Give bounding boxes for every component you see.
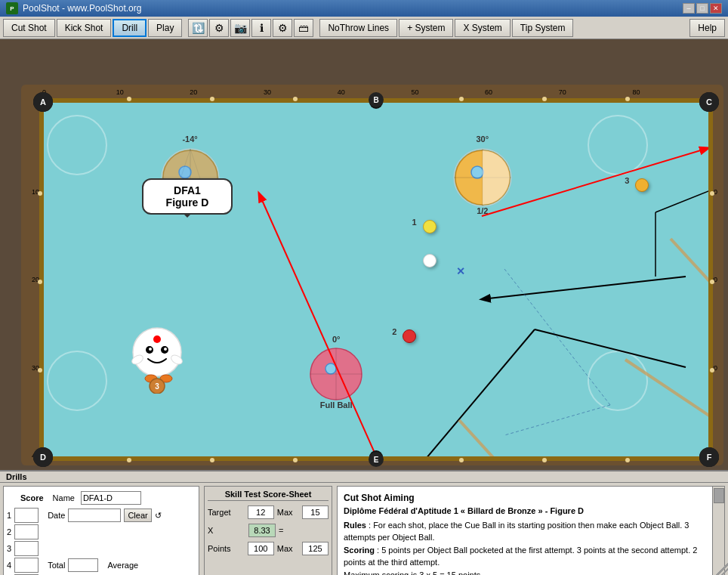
svg-line-43 — [656, 190, 708, 212]
app-icon: P — [6, 2, 18, 14]
corner-c: C — [699, 92, 719, 112]
diamond-t1 — [127, 97, 131, 101]
x2-row: X 8.33 = — [208, 522, 329, 539]
score-box-1[interactable] — [14, 508, 39, 523]
score-rows-container: 1 2 3 4 5 Date — [7, 508, 196, 575]
icon-btn-info[interactable]: ℹ — [251, 19, 271, 37]
date-input[interactable] — [68, 509, 121, 522]
mascot: 3 — [127, 318, 187, 396]
diagram3-angle: 0° — [306, 335, 366, 344]
diamond-t2 — [210, 97, 214, 101]
resize-grip[interactable] — [716, 563, 728, 575]
no-throw-button[interactable]: NoThrow Lines — [319, 19, 397, 37]
aim-diagram-3: 0° Full Ball — [306, 335, 366, 410]
eq2-sign: = — [279, 526, 283, 535]
svg-point-23 — [325, 363, 336, 374]
diagram2-angle: 30° — [449, 134, 517, 144]
tip-system-button[interactable]: Tip System — [512, 19, 574, 37]
clear-icon[interactable]: ↺ — [155, 511, 162, 521]
icon-btn-2[interactable]: ⚙ — [209, 19, 229, 37]
x2-value: 8.33 — [248, 524, 276, 537]
scroll-indicator[interactable] — [712, 487, 724, 575]
scoring-text: : 5 points per Object Ball pocketed at t… — [344, 546, 697, 567]
score-box-3[interactable] — [14, 541, 39, 556]
row-num-2: 2 — [7, 524, 11, 539]
minimize-button[interactable]: – — [683, 3, 695, 14]
svg-line-41 — [414, 329, 535, 456]
date-section: Date Clear ↺ Total Average X — [48, 508, 162, 575]
row-num-4: 4 — [7, 558, 11, 573]
rules-text: : For each shot, place the Cue Ball in i… — [344, 521, 689, 543]
info-subtitle: Diplôme Fédéral d'Aptitude 1 « Billard d… — [344, 505, 718, 518]
diamond-r3 — [710, 368, 714, 373]
max2-label: Max — [277, 544, 299, 553]
ball-1 — [423, 220, 436, 233]
pool-table-area: 0 10 20 30 40 50 60 70 80 0 10 20 30 40 … — [0, 39, 728, 470]
plus-system-button[interactable]: + System — [399, 19, 453, 37]
corner-e: E — [369, 452, 384, 467]
speech-bubble: DFA1 Figure D — [142, 178, 233, 215]
target-label: Target — [208, 508, 245, 517]
corner-b: B — [369, 92, 384, 107]
drill-button[interactable]: Drill — [113, 19, 147, 37]
diamond-b1 — [127, 458, 131, 462]
score-box-4[interactable] — [14, 558, 39, 573]
x-system-button[interactable]: X System — [455, 19, 510, 37]
svg-point-29 — [149, 348, 152, 351]
clear-button[interactable]: Clear — [124, 509, 151, 522]
speech-line2: Figure D — [153, 196, 222, 209]
scroll-thumb[interactable] — [714, 488, 724, 503]
score-panel: Drills Score Name 1 2 3 4 5 — [0, 470, 728, 575]
ruler-80: 80 — [632, 88, 640, 96]
speech-line1: DFA1 — [153, 184, 222, 196]
kick-shot-button[interactable]: Kick Shot — [57, 19, 112, 37]
points-value: 100 — [248, 542, 274, 555]
total-input[interactable] — [68, 558, 98, 572]
ruler-30: 30 — [264, 88, 271, 96]
diamond-b6 — [542, 458, 547, 462]
svg-line-40 — [482, 277, 686, 299]
cut-shot-button[interactable]: Cut Shot — [3, 19, 55, 37]
icon-btn-gear[interactable]: ⚙ — [273, 19, 292, 37]
ruler-40: 40 — [338, 88, 345, 96]
svg-point-26 — [133, 328, 181, 376]
diamond-b2 — [210, 458, 214, 462]
play-button[interactable]: Play — [148, 19, 182, 37]
diamond-t6 — [542, 97, 547, 101]
svg-line-48 — [671, 239, 708, 329]
ball-3-label: 3 — [625, 176, 629, 185]
svg-line-50 — [504, 405, 610, 435]
icon-btn-table[interactable]: 🗃 — [294, 19, 313, 37]
corner-f: F — [699, 447, 719, 467]
score-box-2[interactable] — [14, 524, 39, 539]
target-value: 12 — [248, 505, 274, 519]
table-felt[interactable]: A B C D E F -14° — [39, 98, 713, 461]
aim-diagram-2: 30° 1/2 — [449, 134, 517, 215]
points-row: Points 100 Max 125 — [208, 540, 329, 557]
name-input[interactable] — [81, 491, 141, 505]
icon-btn-3[interactable]: 📷 — [230, 19, 250, 37]
diamond-r2 — [710, 280, 714, 284]
diagram1-angle: -14° — [156, 134, 224, 144]
close-button[interactable]: ✕ — [710, 3, 722, 14]
points-label: Points — [208, 544, 245, 553]
score-content: Score Name 1 2 3 4 5 — [0, 483, 728, 575]
corner-a: A — [33, 92, 53, 112]
maximize-button[interactable]: □ — [696, 3, 708, 14]
svg-point-16 — [471, 166, 483, 178]
svg-point-31 — [153, 335, 161, 343]
ruler-50: 50 — [411, 88, 418, 96]
ball-2 — [403, 329, 416, 343]
name-label: Name — [53, 493, 75, 502]
info-section: Cut Shot Aiming Diplôme Fédéral d'Aptitu… — [337, 486, 725, 575]
titlebar: P PoolShot - www.PoolShot.org – □ ✕ — [0, 0, 728, 17]
row-numbers: 1 2 3 4 5 — [7, 508, 11, 575]
icon-btn-1[interactable]: 🔃 — [188, 19, 208, 37]
score-label: Score — [20, 493, 44, 502]
aim-circle-tl — [47, 115, 107, 175]
help-button[interactable]: Help — [689, 19, 725, 37]
max-label: Max — [277, 508, 299, 517]
score-header-row: Score Name — [7, 490, 196, 506]
toolbar: Cut Shot Kick Shot Drill Play 🔃 ⚙ 📷 ℹ ⚙ … — [0, 17, 728, 39]
svg-line-38 — [259, 193, 384, 456]
